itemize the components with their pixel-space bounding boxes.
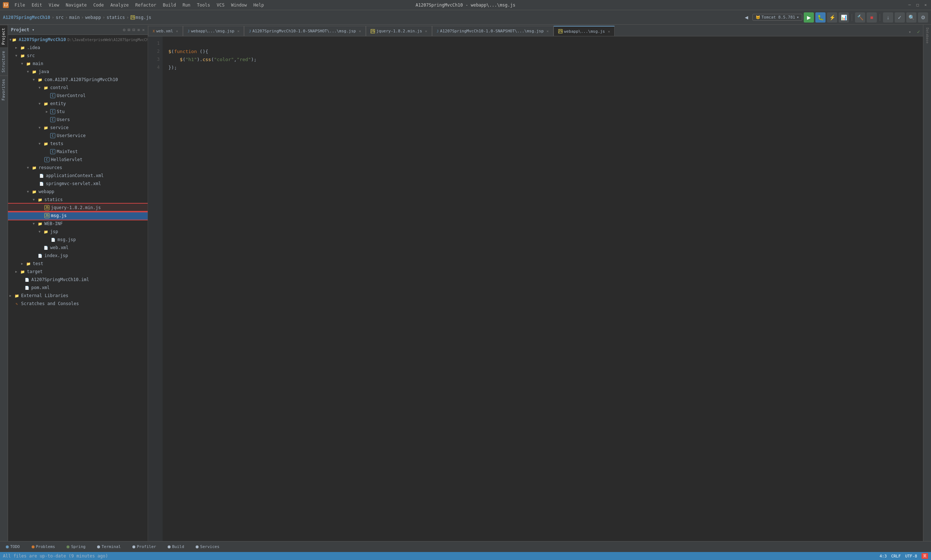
menu-view[interactable]: View (46, 2, 62, 8)
tree-usercontrol[interactable]: C UserControl (8, 92, 148, 100)
tree-com-package[interactable]: ▼ 📁 com.A1207.A1207SpringMvcCh10 (8, 75, 148, 84)
close-button[interactable]: ✕ (923, 3, 928, 8)
tree-jsp-folder[interactable]: ▼ 📁 jsp (8, 228, 148, 235)
left-tab-favorites[interactable]: Favorites (0, 75, 8, 104)
tab-jquery[interactable]: JS jquery-1.8.2.min.js ✕ (366, 26, 432, 36)
bottom-tab-todo[interactable]: TODO (3, 542, 23, 552)
code-editor[interactable]: $(function (){ $("h1").css("color","red"… (163, 36, 923, 541)
tree-src[interactable]: ▼ 📁 src (8, 52, 148, 60)
vcs-button[interactable]: ↓ (883, 12, 893, 23)
project-panel: Project ▾ ⚙ ⊞ ⊟ ≡ ✕ ▼ 📁 A1207SpringMvcCh… (8, 25, 148, 541)
tree-jquery[interactable]: JS jquery-1.8.2.min.js (8, 204, 148, 212)
tree-springmvc[interactable]: 📄 springmvc-servlet.xml (8, 180, 148, 188)
tree-service[interactable]: ▼ 📁 service (8, 124, 148, 132)
menu-tools[interactable]: Tools (194, 2, 213, 8)
bottom-tab-terminal[interactable]: Terminal (94, 542, 124, 552)
tab-snapshot-msgjsp2[interactable]: J A1207SpringMvcCh10-1.0-SNAPSHOT\...\ms… (432, 26, 554, 36)
line-ending[interactable]: CRLF (891, 554, 901, 558)
bottom-tab-spring[interactable]: Spring (64, 542, 88, 552)
ime-icon[interactable]: 英 (922, 553, 928, 559)
tree-webxml[interactable]: 📄 web.xml (8, 244, 148, 252)
tree-webinf[interactable]: ▼ 📁 WEB-INF (8, 220, 148, 228)
menu-vcs[interactable]: VCS (214, 2, 228, 8)
back-button[interactable]: ◀ (742, 14, 751, 21)
settings-icon[interactable]: ≡ (137, 27, 140, 32)
close-panel-icon[interactable]: ✕ (142, 27, 145, 32)
left-tab-structure[interactable]: Structure (0, 48, 8, 75)
todo-label: TODO (10, 545, 20, 549)
tree-entity[interactable]: ▼ 📁 entity (8, 100, 148, 108)
tab-msgjsp1[interactable]: J webapp\...\msg.jsp ✕ (183, 26, 245, 36)
charset[interactable]: UTF-8 (905, 554, 917, 558)
tab-snapshot-msgjsp1-close[interactable]: ✕ (359, 29, 361, 33)
run-config[interactable]: 🐱 Tomcat 8.5.781 ▾ (752, 14, 802, 21)
run-button[interactable]: ▶ (804, 12, 814, 23)
menu-build[interactable]: Build (160, 2, 179, 8)
tree-java[interactable]: ▼ 📁 java (8, 68, 148, 75)
coverage-button[interactable]: ⚡ (827, 12, 837, 23)
tree-indexjsp[interactable]: 📄 index.jsp (8, 252, 148, 260)
gear-icon[interactable]: ⚙ (123, 27, 125, 32)
tree-root[interactable]: ▼ 📁 A1207SpringMvcCh10 D:\JavaEnterprise… (8, 35, 148, 44)
minimize-button[interactable]: ─ (907, 3, 912, 8)
menu-run[interactable]: Run (180, 2, 194, 8)
tree-statics[interactable]: ▼ 📁 statics (8, 195, 148, 204)
tree-users[interactable]: C Users (8, 115, 148, 124)
menu-navigate[interactable]: Navigate (63, 2, 90, 8)
tree-iml[interactable]: 📄 A1207SpringMvcCh10.iml (8, 275, 148, 284)
tree-resources[interactable]: ▼ 📁 resources (8, 164, 148, 172)
tab-webxml-close[interactable]: ✕ (176, 29, 178, 33)
tree-pomxml[interactable]: 📄 pom.xml (8, 284, 148, 292)
tree-tests[interactable]: ▼ 📁 tests (8, 140, 148, 148)
settings-button[interactable]: ⚙ (918, 12, 928, 23)
tree-maintest[interactable]: C MainTest (8, 148, 148, 155)
stop-button[interactable]: ■ (866, 12, 877, 23)
tab-msgjs[interactable]: JS webapp\...\msg.js ✕ (554, 26, 615, 36)
menu-window[interactable]: Window (228, 2, 249, 8)
menu-code[interactable]: Code (91, 2, 107, 8)
bottom-tab-profiler[interactable]: Profiler (129, 542, 159, 552)
tabs-overflow[interactable]: ▾ (906, 28, 914, 36)
debug-button[interactable]: 🐛 (816, 12, 826, 23)
tree-target[interactable]: ▶ 📁 target (8, 268, 148, 275)
tree-control[interactable]: ▼ 📁 control (8, 84, 148, 92)
commit-button[interactable]: ✓ (895, 12, 905, 23)
bottom-tab-build[interactable]: Build (165, 542, 187, 552)
tree-ext-libs[interactable]: ▶ 📁 External Libraries (8, 292, 148, 300)
tab-jquery-close[interactable]: ✕ (425, 29, 427, 33)
menu-analyze[interactable]: Analyze (107, 2, 132, 8)
usercontrol-label: UserControl (57, 93, 85, 98)
build-button[interactable]: 🔨 (855, 12, 865, 23)
menu-refactor[interactable]: Refactor (132, 2, 159, 8)
tree-webapp[interactable]: ▼ 📁 webapp (8, 188, 148, 195)
tree-userservice[interactable]: C UserService (8, 132, 148, 140)
search-button[interactable]: 🔍 (906, 12, 916, 23)
tab-msgjs-icon: JS (558, 29, 563, 34)
cursor-position[interactable]: 4:3 (880, 554, 887, 558)
collapse-all-icon[interactable]: ⊟ (132, 27, 135, 32)
bottom-tab-problems[interactable]: Problems (29, 542, 58, 552)
tab-snapshot-msgjsp2-close[interactable]: ✕ (546, 29, 549, 33)
tab-webxml[interactable]: X web.xml ✕ (148, 26, 183, 36)
menu-file[interactable]: File (12, 2, 28, 8)
tab-msgjsp1-close[interactable]: ✕ (237, 29, 239, 33)
tree-msgjsp[interactable]: 📄 msg.jsp (8, 235, 148, 244)
tab-snapshot-msgjsp1[interactable]: J A1207SpringMvcCh10-1.0-SNAPSHOT\...\ms… (244, 26, 365, 36)
menu-edit[interactable]: Edit (29, 2, 45, 8)
tree-msgjs[interactable]: JS msg.js (8, 212, 148, 220)
tree-test[interactable]: ▶ 📁 test (8, 260, 148, 268)
tree-scratches[interactable]: ✎ Scratches and Consoles (8, 300, 148, 308)
tree-stu[interactable]: ▶ C Stu (8, 108, 148, 115)
profile-button[interactable]: 📊 (839, 12, 849, 23)
tab-msgjs-close[interactable]: ✕ (608, 29, 610, 34)
tree-main[interactable]: ▼ 📁 main (8, 60, 148, 68)
tree-idea[interactable]: ▶ 📁 .idea (8, 44, 148, 52)
tree-helloservlet[interactable]: C HelloServlet (8, 155, 148, 164)
tree-appcontext[interactable]: 📄 applicationContext.xml (8, 172, 148, 180)
left-tab-project[interactable]: Project (0, 25, 8, 48)
menu-help[interactable]: Help (251, 2, 267, 8)
maximize-button[interactable]: □ (915, 3, 920, 8)
database-tab[interactable]: Database (926, 26, 929, 45)
bottom-tab-services[interactable]: Services (193, 542, 222, 552)
expand-all-icon[interactable]: ⊞ (128, 27, 130, 32)
